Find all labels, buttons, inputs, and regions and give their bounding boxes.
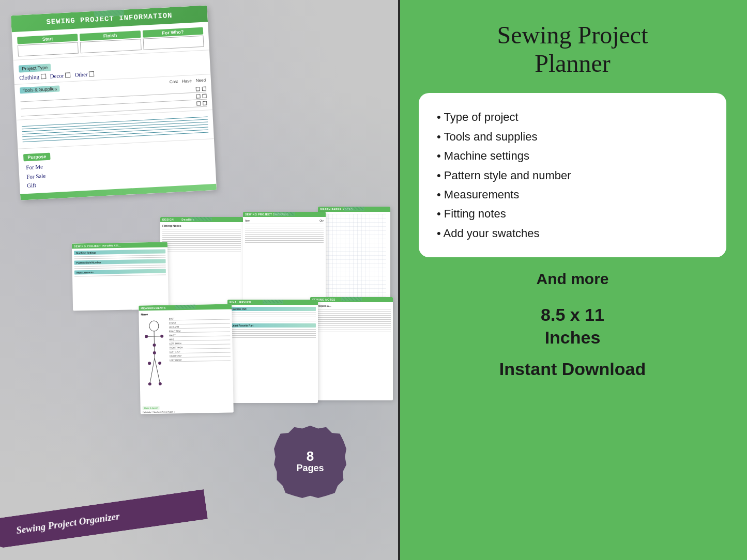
measurement-fields: BUST CHEST LEFT ARM RIGHT ARM WAIST HIPS… [169, 316, 232, 399]
svg-point-8 [153, 344, 156, 347]
other-checkbox [89, 71, 95, 77]
decor-label: Decor [50, 72, 64, 79]
divider [398, 0, 400, 560]
svg-point-6 [145, 335, 148, 338]
shopping-item-col: Item [245, 219, 250, 222]
clothing-option: Clothing [19, 73, 46, 81]
start-box [18, 42, 79, 56]
feature-4: Pattern style and number [437, 166, 708, 185]
decor-checkbox [65, 72, 71, 78]
svg-point-10 [148, 362, 151, 365]
svg-point-1 [149, 321, 159, 331]
machine-settings: Machine Settings [74, 249, 165, 255]
measurements-label: Measurements [74, 269, 166, 274]
svg-point-11 [158, 362, 161, 365]
instant-download: Instant Download [499, 359, 646, 379]
badge-number: 8 [307, 449, 314, 463]
graph-grid [320, 214, 386, 301]
tape-final [263, 300, 283, 304]
badge-shape: 8 Pages [274, 426, 346, 498]
badge: 8 Pages [274, 426, 346, 498]
final-review-page: FINAL REVIEW Favorite Part Least Favorit… [227, 300, 318, 403]
svg-point-12 [148, 382, 151, 385]
feature-2: Tools and supplies [437, 127, 708, 146]
feature-3: Machine settings [437, 146, 708, 165]
techniques-label: Techniques &... [312, 304, 391, 307]
tape-notes [341, 297, 362, 301]
other-option: Other [74, 71, 95, 78]
for-who-box [143, 36, 204, 50]
graph-page: GRAPH PAPER NOTES [318, 207, 390, 310]
feature-5: Measurements [437, 185, 708, 204]
tape-graph [344, 207, 364, 211]
measurements-page: MEASUREMENTS Name [139, 304, 234, 414]
favorite-part-label: Favorite Part [230, 307, 316, 311]
size-text: 8.5 x 11Inches [541, 305, 604, 347]
and-more-text: And more [536, 270, 608, 288]
least-favorite-label: Least Favorite Part [230, 323, 316, 328]
feature-7: Add your swatches [437, 224, 708, 243]
title-line1: Sewing Project [497, 21, 648, 49]
purpose-label: Purpose [23, 153, 51, 162]
feature-6: Fitting notes [437, 204, 708, 223]
size-info: 8.5 x 11Inches [541, 303, 604, 349]
decor-option: Decor [50, 72, 70, 79]
tape-main [93, 5, 125, 17]
product-title: Sewing Project Planner [497, 21, 648, 77]
tape-design [191, 217, 212, 221]
svg-point-13 [159, 382, 162, 385]
have-col: Have [182, 79, 192, 85]
shopping-qty-col: Qty [319, 219, 324, 222]
features-list: Type of project Tools and supplies Machi… [437, 107, 708, 243]
main-page: SEWING PROJECT INFORMATION Start Finish … [11, 5, 217, 200]
tape-shopping [274, 212, 295, 216]
svg-point-7 [160, 335, 163, 338]
other-label: Other [74, 71, 88, 78]
project-type-label: Project Type [19, 64, 51, 72]
banner-text: Sewing Project Organizer [0, 489, 208, 549]
svg-rect-0 [320, 214, 386, 301]
svg-point-9 [153, 351, 156, 354]
badge-pages: Pages [296, 463, 324, 474]
fitting-notes-label: Fitting Notes [162, 224, 241, 227]
svg-line-4 [149, 358, 155, 384]
features-card: Type of project Tools and supplies Machi… [419, 93, 726, 257]
svg-line-3 [146, 336, 162, 337]
left-panel: SEWING PROJECT INFORMATION Start Finish … [0, 0, 398, 560]
title-line2: Planner [535, 50, 611, 77]
body-silhouette [141, 317, 169, 400]
need-col: Need [196, 78, 206, 85]
clothing-checkbox [40, 74, 46, 80]
banner: Sewing Project Organizer [0, 489, 208, 549]
info2-page: SEWING PROJECT INFORMATI... Machine Sett… [72, 242, 169, 310]
pattern-style: Pattern Style/Number [74, 259, 165, 265]
cost-col: Cost [170, 79, 178, 86]
clothing-label: Clothing [19, 73, 39, 81]
make-again-options: Make It Again! Definitely □ Maybe □ Neve… [142, 400, 232, 414]
right-panel: Sewing Project Planner Type of project T… [398, 0, 747, 560]
feature-1: Type of project [437, 107, 708, 127]
finish-box [80, 39, 141, 53]
tape-measurements [175, 304, 195, 309]
sewing-notes-page: SEWING NOTES Techniques &... [310, 297, 393, 400]
